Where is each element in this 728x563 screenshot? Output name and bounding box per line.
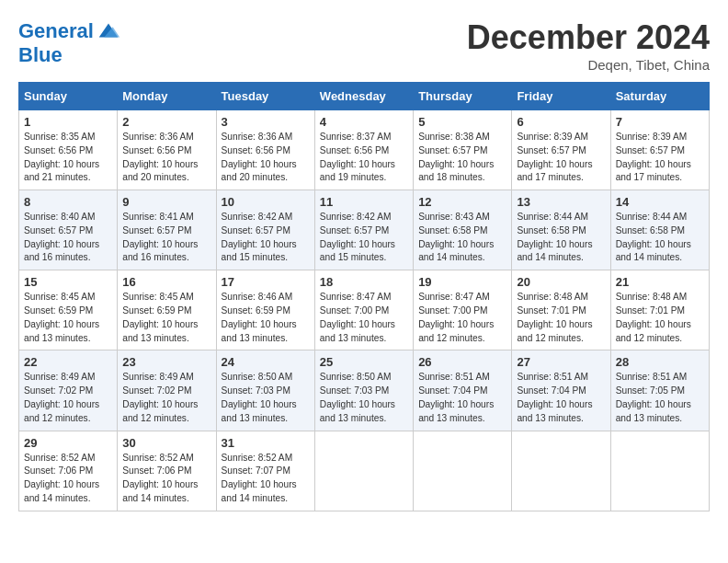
- cell-info: Sunrise: 8:50 AMSunset: 7:03 PMDaylight:…: [222, 371, 310, 425]
- cell-info: Sunrise: 8:40 AMSunset: 6:57 PMDaylight:…: [24, 211, 112, 265]
- day-number: 3: [222, 115, 310, 129]
- cell-info: Sunrise: 8:44 AMSunset: 6:58 PMDaylight:…: [517, 211, 605, 265]
- calendar-cell: 7Sunrise: 8:39 AMSunset: 6:57 PMDaylight…: [610, 110, 709, 190]
- calendar-cell: 4Sunrise: 8:37 AMSunset: 6:56 PMDaylight…: [314, 110, 413, 190]
- day-number: 12: [418, 195, 506, 209]
- calendar-cell: 29Sunrise: 8:52 AMSunset: 7:06 PMDayligh…: [19, 431, 118, 511]
- cell-info: Sunrise: 8:44 AMSunset: 6:58 PMDaylight:…: [616, 211, 704, 265]
- calendar-table: SundayMondayTuesdayWednesdayThursdayFrid…: [18, 82, 710, 511]
- cell-info: Sunrise: 8:49 AMSunset: 7:02 PMDaylight:…: [122, 371, 210, 425]
- day-number: 7: [616, 115, 704, 129]
- calendar-week-row: 22Sunrise: 8:49 AMSunset: 7:02 PMDayligh…: [19, 350, 710, 431]
- calendar-cell: 9Sunrise: 8:41 AMSunset: 6:57 PMDaylight…: [118, 190, 216, 270]
- calendar-week-row: 15Sunrise: 8:45 AMSunset: 6:59 PMDayligh…: [19, 270, 710, 350]
- calendar-cell: 23Sunrise: 8:49 AMSunset: 7:02 PMDayligh…: [118, 350, 216, 431]
- logo-text-blue: Blue: [18, 44, 121, 66]
- calendar-cell: 3Sunrise: 8:36 AMSunset: 6:56 PMDaylight…: [216, 110, 314, 190]
- location: Deqen, Tibet, China: [467, 57, 710, 73]
- calendar-week-row: 8Sunrise: 8:40 AMSunset: 6:57 PMDaylight…: [19, 190, 710, 270]
- calendar-cell: 28Sunrise: 8:51 AMSunset: 7:05 PMDayligh…: [610, 350, 709, 431]
- day-number: 18: [320, 275, 408, 289]
- calendar-cell: 8Sunrise: 8:40 AMSunset: 6:57 PMDaylight…: [19, 190, 118, 270]
- cell-info: Sunrise: 8:43 AMSunset: 6:58 PMDaylight:…: [418, 211, 506, 265]
- cell-info: Sunrise: 8:36 AMSunset: 6:56 PMDaylight:…: [222, 131, 310, 185]
- calendar-cell: 18Sunrise: 8:47 AMSunset: 7:00 PMDayligh…: [314, 270, 413, 350]
- calendar-cell: 21Sunrise: 8:48 AMSunset: 7:01 PMDayligh…: [610, 270, 709, 350]
- day-number: 4: [320, 115, 408, 129]
- day-number: 20: [517, 275, 605, 289]
- calendar-cell: 20Sunrise: 8:48 AMSunset: 7:01 PMDayligh…: [512, 270, 610, 350]
- weekday-header: Monday: [118, 83, 216, 110]
- logo-text: General: [18, 20, 94, 42]
- calendar-cell: 22Sunrise: 8:49 AMSunset: 7:02 PMDayligh…: [19, 350, 118, 431]
- day-number: 10: [222, 195, 310, 209]
- cell-info: Sunrise: 8:49 AMSunset: 7:02 PMDaylight:…: [24, 371, 112, 425]
- day-number: 28: [616, 355, 704, 369]
- cell-info: Sunrise: 8:48 AMSunset: 7:01 PMDaylight:…: [616, 291, 704, 345]
- cell-info: Sunrise: 8:47 AMSunset: 7:00 PMDaylight:…: [320, 291, 408, 345]
- day-number: 6: [517, 115, 605, 129]
- cell-info: Sunrise: 8:52 AMSunset: 7:06 PMDaylight:…: [24, 452, 112, 506]
- cell-info: Sunrise: 8:42 AMSunset: 6:57 PMDaylight:…: [222, 211, 310, 265]
- day-number: 1: [24, 115, 112, 129]
- calendar-cell: 31Sunrise: 8:52 AMSunset: 7:07 PMDayligh…: [216, 431, 314, 511]
- calendar-cell: 12Sunrise: 8:43 AMSunset: 6:58 PMDayligh…: [414, 190, 512, 270]
- cell-info: Sunrise: 8:48 AMSunset: 7:01 PMDaylight:…: [517, 291, 605, 345]
- cell-info: Sunrise: 8:45 AMSunset: 6:59 PMDaylight:…: [24, 291, 112, 345]
- day-number: 31: [222, 436, 310, 450]
- calendar-cell: 26Sunrise: 8:51 AMSunset: 7:04 PMDayligh…: [414, 350, 512, 431]
- day-number: 22: [24, 355, 112, 369]
- calendar-cell: 10Sunrise: 8:42 AMSunset: 6:57 PMDayligh…: [216, 190, 314, 270]
- day-number: 9: [122, 195, 210, 209]
- calendar-cell: 16Sunrise: 8:45 AMSunset: 6:59 PMDayligh…: [118, 270, 216, 350]
- calendar-cell: 5Sunrise: 8:38 AMSunset: 6:57 PMDaylight…: [414, 110, 512, 190]
- logo-icon: [96, 18, 121, 44]
- title-block: December 2024 Deqen, Tibet, China: [467, 18, 710, 73]
- day-number: 2: [122, 115, 210, 129]
- weekday-header: Sunday: [19, 83, 118, 110]
- cell-info: Sunrise: 8:46 AMSunset: 6:59 PMDaylight:…: [222, 291, 310, 345]
- day-number: 17: [222, 275, 310, 289]
- calendar-cell: 6Sunrise: 8:39 AMSunset: 6:57 PMDaylight…: [512, 110, 610, 190]
- day-number: 27: [517, 355, 605, 369]
- weekday-header-row: SundayMondayTuesdayWednesdayThursdayFrid…: [19, 83, 710, 110]
- calendar-cell: 15Sunrise: 8:45 AMSunset: 6:59 PMDayligh…: [19, 270, 118, 350]
- page-header: General Blue December 2024 Deqen, Tibet,…: [18, 18, 710, 73]
- cell-info: Sunrise: 8:51 AMSunset: 7:04 PMDaylight:…: [517, 371, 605, 425]
- weekday-header: Thursday: [414, 83, 512, 110]
- day-number: 5: [418, 115, 506, 129]
- calendar-cell: 11Sunrise: 8:42 AMSunset: 6:57 PMDayligh…: [314, 190, 413, 270]
- calendar-cell: 25Sunrise: 8:50 AMSunset: 7:03 PMDayligh…: [314, 350, 413, 431]
- cell-info: Sunrise: 8:52 AMSunset: 7:07 PMDaylight:…: [222, 452, 310, 506]
- cell-info: Sunrise: 8:39 AMSunset: 6:57 PMDaylight:…: [616, 131, 704, 185]
- day-number: 8: [24, 195, 112, 209]
- cell-info: Sunrise: 8:50 AMSunset: 7:03 PMDaylight:…: [320, 371, 408, 425]
- day-number: 23: [122, 355, 210, 369]
- cell-info: Sunrise: 8:51 AMSunset: 7:04 PMDaylight:…: [418, 371, 506, 425]
- cell-info: Sunrise: 8:47 AMSunset: 7:00 PMDaylight:…: [418, 291, 506, 345]
- calendar-week-row: 1Sunrise: 8:35 AMSunset: 6:56 PMDaylight…: [19, 110, 710, 190]
- calendar-cell: 2Sunrise: 8:36 AMSunset: 6:56 PMDaylight…: [118, 110, 216, 190]
- cell-info: Sunrise: 8:35 AMSunset: 6:56 PMDaylight:…: [24, 131, 112, 185]
- cell-info: Sunrise: 8:51 AMSunset: 7:05 PMDaylight:…: [616, 371, 704, 425]
- calendar-cell: 27Sunrise: 8:51 AMSunset: 7:04 PMDayligh…: [512, 350, 610, 431]
- day-number: 11: [320, 195, 408, 209]
- calendar-cell: 24Sunrise: 8:50 AMSunset: 7:03 PMDayligh…: [216, 350, 314, 431]
- cell-info: Sunrise: 8:42 AMSunset: 6:57 PMDaylight:…: [320, 211, 408, 265]
- cell-info: Sunrise: 8:36 AMSunset: 6:56 PMDaylight:…: [122, 131, 210, 185]
- day-number: 25: [320, 355, 408, 369]
- day-number: 30: [122, 436, 210, 450]
- cell-info: Sunrise: 8:45 AMSunset: 6:59 PMDaylight:…: [122, 291, 210, 345]
- calendar-cell: [512, 431, 610, 511]
- calendar-cell: 19Sunrise: 8:47 AMSunset: 7:00 PMDayligh…: [414, 270, 512, 350]
- day-number: 14: [616, 195, 704, 209]
- weekday-header: Friday: [512, 83, 610, 110]
- calendar-cell: 1Sunrise: 8:35 AMSunset: 6:56 PMDaylight…: [19, 110, 118, 190]
- day-number: 26: [418, 355, 506, 369]
- weekday-header: Saturday: [610, 83, 709, 110]
- logo: General Blue: [18, 18, 121, 66]
- day-number: 21: [616, 275, 704, 289]
- month-title: December 2024: [467, 18, 710, 57]
- calendar-cell: 13Sunrise: 8:44 AMSunset: 6:58 PMDayligh…: [512, 190, 610, 270]
- cell-info: Sunrise: 8:39 AMSunset: 6:57 PMDaylight:…: [517, 131, 605, 185]
